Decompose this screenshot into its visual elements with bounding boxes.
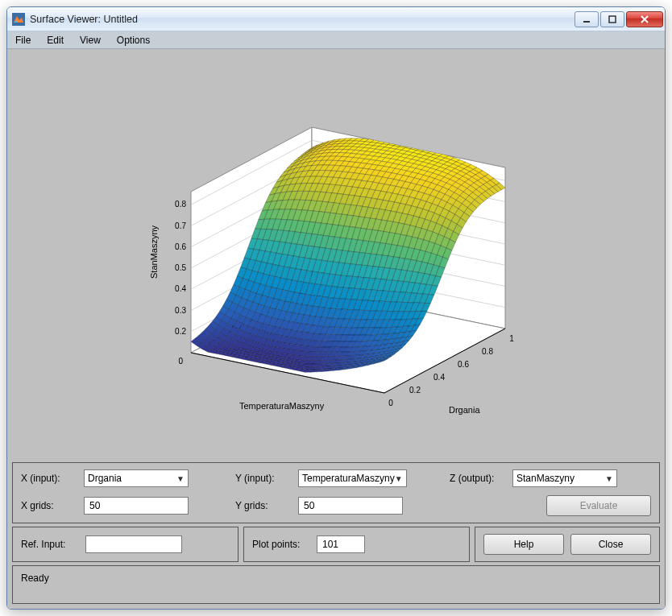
menu-file[interactable]: File: [12, 33, 34, 48]
close-button[interactable]: [626, 11, 663, 27]
z-output-value: StanMaszyny: [516, 473, 575, 484]
ref-input-label: Ref. Input:: [21, 539, 77, 550]
client-area: 0.20.30.40.50.60.70.8 StanMaszyny 00.51 …: [7, 49, 665, 609]
svg-text:0: 0: [178, 357, 183, 366]
y-grids-label: Y grids:: [235, 500, 292, 511]
yaxis-label: TemperaturaMaszyny: [239, 401, 325, 411]
x-input-value: Drgania: [88, 473, 122, 484]
ref-input-field[interactable]: [85, 535, 182, 553]
help-close-panel: Help Close: [475, 527, 660, 562]
plot-points-input[interactable]: 101: [317, 535, 365, 553]
close-panel-button[interactable]: Close: [570, 534, 651, 555]
xaxis-label: Drgania: [449, 405, 480, 415]
svg-text:0.8: 0.8: [482, 347, 493, 356]
svg-text:0.4: 0.4: [433, 373, 445, 382]
matlab-icon: [12, 13, 25, 26]
x-input-select[interactable]: Drgania ▼: [84, 469, 189, 487]
titlebar: Surface Viewer: Untitled: [7, 7, 665, 31]
svg-text:0.3: 0.3: [175, 305, 186, 314]
plot-points-label: Plot points:: [252, 539, 309, 550]
status-bar: Ready: [12, 565, 660, 604]
maximize-button[interactable]: [600, 11, 624, 27]
minimize-button[interactable]: [575, 11, 599, 27]
x-grids-label: X grids:: [21, 500, 77, 511]
svg-text:0.5: 0.5: [175, 263, 186, 272]
z-output-label: Z (output):: [450, 473, 506, 484]
chevron-down-icon: ▼: [605, 474, 613, 483]
svg-rect-2: [609, 16, 616, 23]
y-grids-input[interactable]: 50: [298, 497, 403, 515]
svg-text:0.2: 0.2: [175, 326, 186, 335]
y-input-select[interactable]: TemperaturaMaszyny ▼: [298, 469, 407, 487]
surface-viewer-window: Surface Viewer: Untitled File Edit View …: [6, 6, 666, 610]
zaxis-label: StanMaszyny: [149, 225, 159, 279]
chevron-down-icon: ▼: [395, 474, 403, 483]
svg-text:0.6: 0.6: [458, 360, 469, 369]
svg-text:0.4: 0.4: [175, 284, 186, 293]
status-text: Ready: [21, 573, 49, 584]
surface-plot[interactable]: 0.20.30.40.50.60.70.8 StanMaszyny 00.51 …: [12, 52, 660, 459]
window-buttons: [573, 11, 663, 27]
x-grids-input[interactable]: 50: [84, 497, 189, 515]
z-output-select[interactable]: StanMaszyny ▼: [512, 469, 617, 487]
axes-controls-panel: X (input): Drgania ▼ Y (input): Temperat…: [12, 462, 660, 523]
svg-text:0.7: 0.7: [175, 221, 186, 229]
svg-text:0.8: 0.8: [175, 200, 186, 209]
x-input-label: X (input):: [21, 473, 77, 484]
chevron-down-icon: ▼: [176, 474, 185, 483]
menu-options[interactable]: Options: [114, 33, 153, 48]
svg-text:1: 1: [509, 334, 514, 343]
ref-input-panel: Ref. Input:: [12, 527, 239, 562]
menu-edit[interactable]: Edit: [44, 33, 67, 48]
lower-controls: Ref. Input: Plot points: 101 Help Close: [12, 527, 660, 562]
menu-view[interactable]: View: [77, 33, 104, 48]
svg-text:0.6: 0.6: [175, 242, 186, 250]
evaluate-button[interactable]: Evaluate: [546, 495, 651, 516]
svg-text:0: 0: [388, 399, 393, 407]
y-input-value: TemperaturaMaszyny: [302, 473, 395, 484]
window-title: Surface Viewer: Untitled: [30, 14, 138, 25]
svg-text:0.2: 0.2: [409, 386, 421, 395]
plot-points-panel: Plot points: 101: [243, 527, 470, 562]
y-input-label: Y (input):: [235, 473, 292, 484]
menubar: File Edit View Options: [7, 31, 665, 49]
help-button[interactable]: Help: [483, 534, 564, 555]
